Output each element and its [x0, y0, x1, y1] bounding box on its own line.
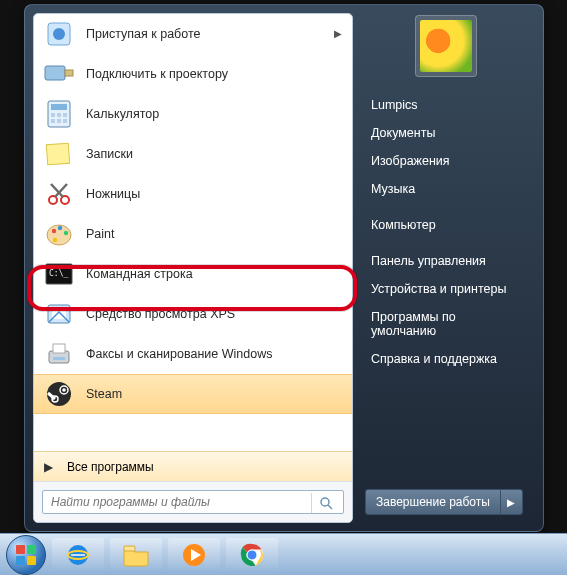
svg-rect-35	[16, 545, 25, 554]
program-item-xps[interactable]: Средство просмотра XPS	[34, 294, 352, 334]
right-link[interactable]: Lumpics	[365, 91, 527, 119]
search-input[interactable]	[43, 491, 343, 513]
program-label: Paint	[86, 227, 342, 241]
svg-rect-5	[51, 104, 67, 110]
svg-point-19	[58, 225, 62, 229]
faxscan-icon	[44, 339, 74, 369]
program-label: Steam	[86, 387, 342, 401]
svg-rect-41	[124, 546, 135, 551]
gettingstarted-icon	[44, 19, 74, 49]
paint-icon	[44, 219, 74, 249]
program-item-cmd[interactable]: C:\_Командная строка	[34, 254, 352, 294]
svg-rect-37	[16, 556, 25, 565]
svg-rect-9	[51, 119, 55, 123]
program-item-paint[interactable]: Paint	[34, 214, 352, 254]
svg-point-31	[62, 388, 66, 392]
program-item-steam[interactable]: Steam	[34, 374, 352, 414]
right-link[interactable]: Программы по умолчанию	[365, 303, 527, 345]
projector-icon	[44, 59, 74, 89]
program-item-stickynotes[interactable]: Записки	[34, 134, 352, 174]
taskbar-ie-button[interactable]	[52, 538, 104, 572]
program-label: Факсы и сканирование Windows	[86, 347, 342, 361]
svg-rect-6	[51, 113, 55, 117]
calculator-icon	[44, 99, 74, 129]
right-link[interactable]: Справка и поддержка	[365, 345, 527, 373]
cmd-icon: C:\_	[44, 259, 74, 289]
program-item-projector[interactable]: Подключить к проектору	[34, 54, 352, 94]
start-button[interactable]	[6, 535, 46, 575]
program-item-gettingstarted[interactable]: Приступая к работе▶	[34, 14, 352, 54]
user-avatar-frame[interactable]	[415, 15, 477, 77]
separator	[365, 239, 527, 247]
svg-point-33	[321, 498, 329, 506]
user-avatar-icon	[420, 20, 472, 72]
right-link[interactable]: Устройства и принтеры	[365, 275, 527, 303]
right-link[interactable]: Компьютер	[365, 211, 527, 239]
program-label: Записки	[86, 147, 342, 161]
svg-point-1	[53, 28, 65, 40]
start-menu: Приступая к работе▶Подключить к проектор…	[24, 4, 544, 532]
start-menu-left-pane: Приступая к работе▶Подключить к проектор…	[33, 13, 353, 523]
svg-rect-36	[27, 545, 36, 554]
svg-rect-7	[57, 113, 61, 117]
svg-line-34	[328, 505, 332, 509]
program-label: Средство просмотра XPS	[86, 307, 342, 321]
right-link[interactable]: Панель управления	[365, 247, 527, 275]
svg-point-20	[64, 230, 68, 234]
start-menu-right-pane: LumpicsДокументыИзображенияМузыкаКомпьют…	[353, 13, 535, 523]
shutdown-row: Завершение работы ▶	[365, 489, 527, 515]
right-link[interactable]: Изображения	[365, 147, 527, 175]
taskbar	[0, 533, 567, 575]
shutdown-button[interactable]: Завершение работы ▶	[365, 489, 523, 515]
svg-rect-10	[57, 119, 61, 123]
shutdown-label: Завершение работы	[366, 495, 500, 509]
svg-rect-3	[65, 70, 73, 76]
steam-icon	[44, 379, 74, 409]
svg-rect-8	[63, 113, 67, 117]
right-links-list: LumpicsДокументыИзображенияМузыкаКомпьют…	[365, 91, 527, 373]
svg-rect-27	[53, 344, 65, 353]
svg-rect-12	[46, 143, 69, 164]
program-list: Приступая к работе▶Подключить к проектор…	[34, 14, 352, 451]
arrow-right-icon: ▶	[44, 460, 53, 474]
right-link[interactable]: Документы	[365, 119, 527, 147]
submenu-arrow-icon: ▶	[334, 28, 342, 39]
svg-rect-2	[45, 66, 65, 80]
search-row	[34, 481, 352, 522]
program-label: Приступая к работе	[86, 27, 334, 41]
all-programs-label: Все программы	[67, 460, 154, 474]
taskbar-wmp-button[interactable]	[168, 538, 220, 572]
program-label: Ножницы	[86, 187, 342, 201]
program-item-faxscan[interactable]: Факсы и сканирование Windows	[34, 334, 352, 374]
svg-rect-11	[63, 119, 67, 123]
search-icon[interactable]	[311, 493, 339, 513]
stickynotes-icon	[44, 139, 74, 169]
snipping-icon	[44, 179, 74, 209]
search-box[interactable]	[42, 490, 344, 514]
svg-point-18	[52, 228, 56, 232]
right-link[interactable]: Музыка	[365, 175, 527, 203]
svg-point-21	[53, 237, 57, 241]
program-label: Подключить к проектору	[86, 67, 342, 81]
shutdown-arrow-icon[interactable]: ▶	[500, 490, 522, 514]
all-programs-button[interactable]: ▶ Все программы	[34, 451, 352, 481]
program-item-snipping[interactable]: Ножницы	[34, 174, 352, 214]
program-label: Командная строка	[86, 267, 342, 281]
svg-rect-38	[27, 556, 36, 565]
svg-text:C:\_: C:\_	[49, 269, 68, 278]
separator	[365, 203, 527, 211]
program-label: Калькулятор	[86, 107, 342, 121]
taskbar-explorer-button[interactable]	[110, 538, 162, 572]
program-item-calculator[interactable]: Калькулятор	[34, 94, 352, 134]
xps-icon	[44, 299, 74, 329]
svg-rect-28	[53, 357, 65, 360]
taskbar-chrome-button[interactable]	[226, 538, 278, 572]
